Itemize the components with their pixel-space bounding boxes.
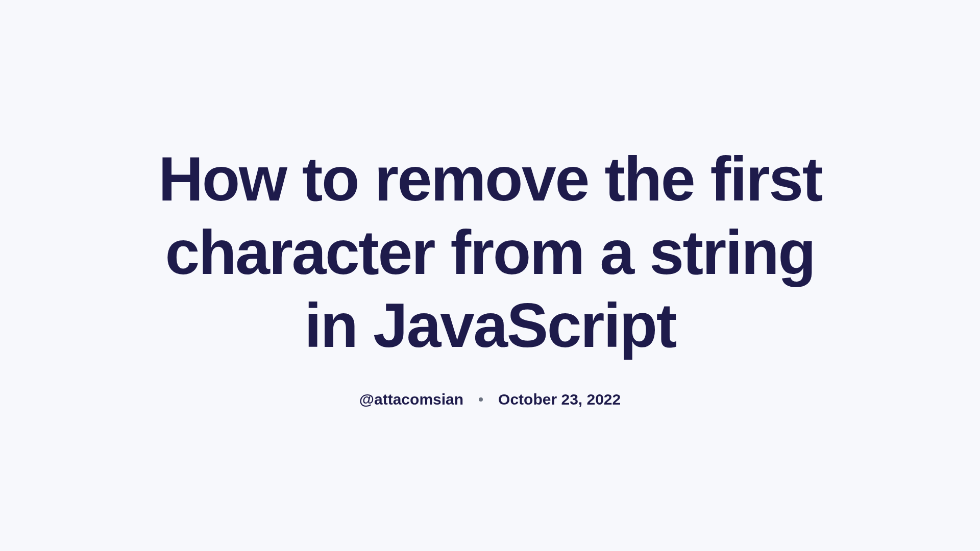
article-meta: @attacomsian October 23, 2022 <box>153 391 827 408</box>
article-title: How to remove the first character from a… <box>153 143 827 363</box>
separator-dot <box>479 397 483 402</box>
author-handle: @attacomsian <box>359 391 463 408</box>
publish-date: October 23, 2022 <box>498 391 621 408</box>
article-header: How to remove the first character from a… <box>133 143 847 409</box>
